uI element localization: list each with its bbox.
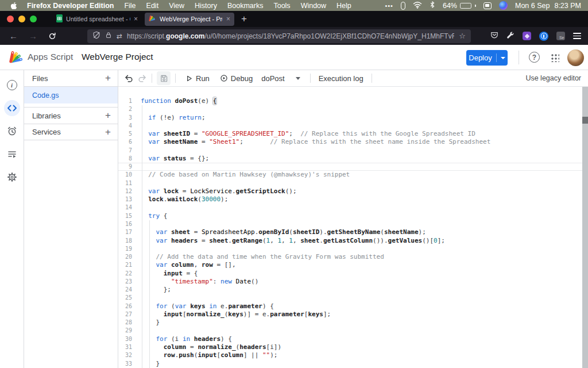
- code-line-7[interactable]: 7: [118, 147, 588, 155]
- code-line-29[interactable]: 29: [118, 327, 588, 335]
- menu-item-edit[interactable]: Edit: [146, 2, 159, 10]
- wrench-icon[interactable]: [506, 31, 514, 41]
- code-line-17[interactable]: 17 var sheet = SpreadsheetApp.openById(s…: [118, 228, 588, 236]
- extension-icon[interactable]: [523, 32, 531, 40]
- code-line-11[interactable]: 11: [118, 179, 588, 187]
- google-apps-grid-icon[interactable]: [550, 53, 559, 62]
- code-line-27[interactable]: 27 input[normalize_(keys)] = e.parameter…: [118, 310, 588, 319]
- more-menu-icon[interactable]: •••: [385, 2, 393, 9]
- code-line-2[interactable]: 2: [118, 105, 588, 113]
- code-line-13[interactable]: 13 lock.waitLock(30000);: [118, 195, 588, 204]
- use-legacy-editor-link[interactable]: Use legacy editor: [525, 74, 581, 82]
- code-line-18[interactable]: 18 var headers = sheet.getRange(1, 1, 1,…: [118, 237, 588, 245]
- deploy-dropdown-icon[interactable]: [501, 57, 505, 59]
- add-file-button[interactable]: +: [105, 72, 111, 84]
- code-line-5[interactable]: 5 var sheetID = "GOOGLE_SPREADSHEET_ID";…: [118, 130, 588, 138]
- project-title[interactable]: WebVerge Project: [82, 52, 153, 62]
- code-line-9[interactable]: 9: [118, 163, 588, 171]
- menu-item-tools[interactable]: Tools: [273, 2, 290, 10]
- code-line-1[interactable]: 1function doPost(e) {: [118, 97, 588, 105]
- function-dropdown-icon[interactable]: [296, 77, 300, 80]
- apple-logo-icon[interactable]: [10, 1, 18, 10]
- battery-indicator[interactable]: 64%: [443, 2, 476, 10]
- close-tab-icon[interactable]: ×: [134, 15, 138, 23]
- close-window-button[interactable]: [7, 16, 14, 22]
- user-avatar[interactable]: [567, 49, 584, 66]
- add-library-button[interactable]: +: [105, 110, 111, 121]
- reload-button[interactable]: [48, 27, 56, 45]
- amphetamine-icon[interactable]: [401, 2, 405, 10]
- code-line-28[interactable]: 28 }: [118, 319, 588, 327]
- editor-icon[interactable]: [4, 100, 20, 116]
- code-line-32[interactable]: 32 row.push(input[column] || "");: [118, 351, 588, 359]
- menu-item-view[interactable]: View: [169, 2, 184, 10]
- siri-icon[interactable]: [499, 1, 508, 10]
- code-line-20[interactable]: 20 // Add the data and time when the Gra…: [118, 253, 588, 261]
- overview-icon[interactable]: i: [4, 77, 20, 93]
- execution-log-button[interactable]: Execution log: [319, 74, 363, 83]
- executions-icon[interactable]: [4, 146, 20, 162]
- undo-button[interactable]: [124, 74, 133, 83]
- minimize-window-button[interactable]: [18, 16, 25, 22]
- lock-icon[interactable]: [105, 31, 112, 41]
- code-line-25[interactable]: 25: [118, 294, 588, 302]
- redo-button[interactable]: [138, 74, 147, 83]
- menu-bar-clock[interactable]: Mon 6 Sep 8:23 PM: [515, 2, 581, 10]
- code-line-16[interactable]: 16: [118, 220, 588, 228]
- save-button[interactable]: [157, 71, 171, 85]
- brand-name[interactable]: Apps Script: [28, 52, 73, 62]
- close-tab-icon[interactable]: ×: [226, 15, 230, 23]
- menu-item-history[interactable]: History: [195, 2, 217, 10]
- bluetooth-icon[interactable]: [430, 1, 435, 10]
- help-button[interactable]: ?: [529, 52, 540, 63]
- triggers-icon[interactable]: [4, 123, 20, 139]
- session-extension-icon[interactable]: Se: [556, 32, 565, 40]
- tab-apps-script[interactable]: WebVerge Project - Project Edit ×: [145, 13, 234, 26]
- editor-body[interactable]: 1function doPost(e) {23 if (!e) return;4…: [118, 87, 588, 368]
- menu-item-file[interactable]: File: [124, 2, 136, 10]
- code-line-6[interactable]: 6 var sheetName = "Sheet1"; // Replace t…: [118, 138, 588, 146]
- onepassword-icon[interactable]: [539, 32, 548, 41]
- code-line-31[interactable]: 31 column = normalize_(headers[i]): [118, 343, 588, 351]
- code-line-14[interactable]: 14: [118, 204, 588, 212]
- wifi-icon[interactable]: [413, 1, 422, 10]
- scrollbar-thumb[interactable]: [582, 117, 588, 124]
- tracking-protection-shield-icon[interactable]: [92, 31, 100, 41]
- settings-icon[interactable]: [4, 169, 20, 185]
- stage-manager-icon[interactable]: [483, 2, 492, 9]
- code-line-3[interactable]: 3 if (!e) return;: [118, 114, 588, 122]
- add-service-button[interactable]: +: [105, 126, 111, 138]
- code-line-10[interactable]: 10 // Code based on Martin Hawksey (@mha…: [118, 171, 588, 179]
- new-tab-button[interactable]: +: [241, 13, 247, 25]
- menu-item-bookmarks[interactable]: Bookmarks: [227, 2, 264, 10]
- code-line-8[interactable]: 8 var status = {};: [118, 155, 588, 163]
- menu-item-window[interactable]: Window: [301, 2, 326, 10]
- forward-button[interactable]: →: [29, 27, 37, 45]
- menu-hamburger-icon[interactable]: [573, 33, 581, 39]
- back-button[interactable]: ←: [9, 27, 18, 45]
- tab-spreadsheet[interactable]: Untitled spreadsheet - Google S ×: [52, 13, 142, 26]
- code-line-19[interactable]: 19: [118, 245, 588, 253]
- code-line-12[interactable]: 12 var lock = LockService.getScriptLock(…: [118, 187, 588, 195]
- active-app-name[interactable]: Firefox Developer Edition: [27, 2, 114, 10]
- code-line-4[interactable]: 4: [118, 122, 588, 130]
- menu-item-help[interactable]: Help: [336, 2, 351, 10]
- pocket-icon[interactable]: [490, 31, 498, 41]
- code-line-23[interactable]: 23 "timestamp": new Date(): [118, 278, 588, 286]
- url-text[interactable]: https://script.google.com/u/0/home/proje…: [127, 32, 454, 40]
- debug-button[interactable]: Debug: [220, 74, 253, 83]
- deploy-button[interactable]: Deploy: [466, 50, 508, 66]
- file-item-code-gs[interactable]: Code.gs: [24, 87, 118, 103]
- zoom-window-button[interactable]: [30, 16, 37, 22]
- function-selector[interactable]: doPost: [261, 74, 300, 83]
- editor-scrollbar[interactable]: [582, 87, 588, 368]
- bookmark-star-icon[interactable]: ☆: [459, 32, 466, 40]
- run-button[interactable]: Run: [185, 74, 210, 83]
- url-bar[interactable]: ⇄ https://script.google.com/u/0/home/pro…: [87, 29, 471, 43]
- permissions-icon[interactable]: ⇄: [117, 32, 122, 40]
- code-line-30[interactable]: 30 for (i in headers) {: [118, 335, 588, 343]
- code-line-26[interactable]: 26 for (var keys in e.parameter) {: [118, 302, 588, 310]
- code-line-33[interactable]: 33 }: [118, 360, 588, 368]
- code-line-15[interactable]: 15 try {: [118, 212, 588, 220]
- apps-script-logo[interactable]: [9, 50, 24, 67]
